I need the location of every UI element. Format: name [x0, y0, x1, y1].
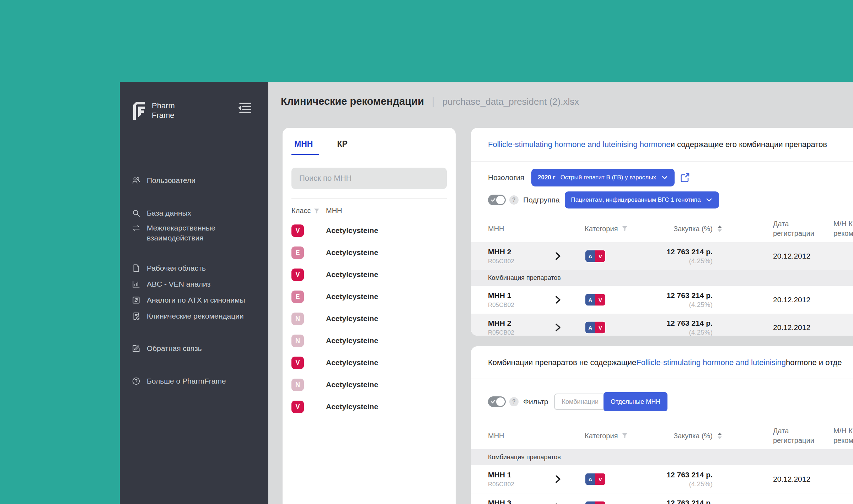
- mnn-column-header: МНН: [326, 207, 342, 215]
- list-item[interactable]: E Acetylcysteine: [291, 242, 447, 264]
- sidebar-item-label: ABC - VEN анализ: [147, 279, 210, 289]
- analogs-icon: [132, 296, 141, 305]
- sidebar-item-label: Пользователи: [147, 175, 195, 185]
- drug-list: V Acetylcysteine E Acetylcysteine V Acet…: [291, 220, 447, 418]
- page-header: Клинические рекомендации | purchase_data…: [281, 95, 579, 107]
- subgroup-toggle[interactable]: [488, 195, 506, 205]
- filter-option-individual-mnn[interactable]: Отдельные МНН: [603, 392, 667, 411]
- expand-chevron-icon[interactable]: [554, 475, 562, 483]
- external-link-icon[interactable]: [680, 172, 690, 183]
- sidebar-item-database[interactable]: База данных: [132, 208, 259, 218]
- subgroup-dropdown[interactable]: Пациентам, инфицированным ВГС 1 генотипа: [565, 191, 719, 208]
- tab-mnn[interactable]: МНН: [291, 139, 319, 155]
- nosology-dropdown[interactable]: 2020 г Острый гепатит В (ГВ) у взрослых: [531, 169, 675, 186]
- sidebar-item-workspace[interactable]: Рабочая область: [132, 263, 259, 273]
- toggle-knob: [496, 397, 505, 406]
- main-content: Клинические рекомендации | purchase_data…: [268, 82, 853, 504]
- sidebar-item-atx-analogs[interactable]: Аналоги по АТХ и синонимы: [132, 295, 259, 305]
- category-badge: AV: [585, 293, 606, 307]
- class-filter[interactable]: Класс: [291, 207, 320, 215]
- sort-icon[interactable]: [717, 224, 723, 233]
- filter-label: Фильтр: [523, 397, 548, 406]
- sidebar-item-users[interactable]: Пользователи: [132, 175, 259, 185]
- table-row[interactable]: МНН 1R05CB02 AV 12 763 214 р.(4.25%) 20.…: [471, 286, 853, 314]
- category-badge: AV: [585, 250, 606, 263]
- sort-icon[interactable]: [717, 432, 723, 440]
- class-badge: E: [291, 291, 304, 303]
- filter-toggle[interactable]: [488, 396, 506, 407]
- page-title: Клинические рекомендации: [281, 96, 424, 107]
- filter-segmented-control: Комбинации Отдельные МНН: [554, 392, 668, 411]
- list-item[interactable]: E Acetylcysteine: [291, 286, 447, 308]
- sidebar-item-label: Рабочая область: [147, 263, 206, 273]
- brand-logo: Pharm Frame: [131, 99, 175, 120]
- col-purchase: Закупка (%): [624, 432, 713, 440]
- sidebar-item-about[interactable]: Больше о PharmFrame: [132, 376, 259, 386]
- row-mnn-name: МНН 1: [488, 291, 514, 300]
- chevron-down-icon: [706, 196, 713, 204]
- purchase-amount: 12 763 214 р.: [624, 498, 713, 504]
- panel2-title: Комбинации препаратов не содержащие Foll…: [471, 346, 853, 379]
- col-mnn: МНН: [488, 432, 504, 440]
- purchase-percent: (4.25%): [624, 301, 713, 309]
- group-row: Комбинация препаратов: [471, 449, 853, 465]
- col-reg-date: Датарегистрации: [773, 426, 814, 445]
- filter-option-combinations[interactable]: Комбинации: [554, 394, 606, 410]
- list-item[interactable]: N Acetylcysteine: [291, 308, 447, 330]
- help-icon[interactable]: ?: [509, 397, 519, 406]
- pharmframe-logo-icon: [131, 99, 146, 120]
- nosology-label: Нозология: [488, 173, 531, 182]
- sidebar-collapse-icon[interactable]: [236, 102, 252, 114]
- col-mh-recommendations: М/Н Клрекоме: [833, 426, 853, 445]
- combinations-without-hormone-panel: Комбинации препаратов не содержащие Foll…: [471, 346, 853, 504]
- class-badge: N: [291, 313, 304, 325]
- panel1-controls: Нозология 2020 г Острый гепатит В (ГВ) у…: [471, 162, 853, 215]
- hormone-link[interactable]: Follicle-stimulating hormone and luteini…: [488, 140, 671, 149]
- list-item[interactable]: N Acetylcysteine: [291, 330, 447, 352]
- panel1-title: Follicle-stimulating hormone and luteini…: [471, 128, 853, 162]
- purchase-percent: (4.25%): [624, 480, 713, 488]
- chevron-down-icon: [661, 174, 668, 181]
- list-item[interactable]: V Acetylcysteine: [291, 396, 447, 418]
- expand-chevron-icon[interactable]: [554, 503, 562, 504]
- expand-chevron-icon[interactable]: [554, 296, 562, 304]
- list-item[interactable]: V Acetylcysteine: [291, 352, 447, 374]
- list-item[interactable]: V Acetylcysteine: [291, 264, 447, 286]
- row-atc-code: R05CB02: [488, 258, 514, 265]
- sidebar-item-label: Больше о PharmFrame: [147, 376, 226, 386]
- row-mnn-name: МНН 2: [488, 248, 514, 256]
- col-mh-recommendations: М/Н Клрекоме: [833, 219, 853, 238]
- expand-chevron-icon[interactable]: [554, 323, 562, 332]
- hormone-link[interactable]: Follicle-stimulating hormone and luteini…: [636, 358, 786, 367]
- table-row[interactable]: МНН 3R05CB02 AV 12 763 214 р.(4.25%) 20.…: [471, 493, 853, 504]
- table-row[interactable]: МНН 1R05CB02 AV 12 763 214 р.(4.25%) 20.…: [471, 465, 853, 493]
- sidebar-item-clinical-recommendations[interactable]: Клинические рекомендации: [132, 311, 259, 321]
- row-atc-code: R05CB02: [488, 302, 514, 309]
- table2-header: МНН Категория Закупка (%) Датарегистраци…: [471, 422, 853, 449]
- workspace-icon: [132, 264, 141, 273]
- expand-chevron-icon[interactable]: [554, 252, 562, 260]
- tab-kr[interactable]: КР: [337, 139, 347, 155]
- purchase-amount: 12 763 214 р.: [624, 471, 713, 479]
- loaded-file-name: purchase_data_president (2).xlsx: [442, 96, 579, 107]
- table-row[interactable]: МНН 2R05CB02 AV 12 763 214 р.(4.25%) 20.…: [471, 242, 853, 270]
- sidebar-item-abc-ven[interactable]: ABC - VEN анализ: [132, 279, 259, 289]
- search-input[interactable]: [291, 168, 447, 189]
- help-icon[interactable]: ?: [509, 195, 519, 205]
- class-badge: V: [291, 269, 304, 281]
- brand-name: Pharm Frame: [152, 99, 175, 120]
- sidebar-item-label: База данных: [147, 208, 191, 218]
- registration-date: 20.12.2012: [773, 323, 810, 332]
- table-row[interactable]: МНН 2R05CB02 AV 12 763 214 р.(4.25%) 20.…: [471, 314, 853, 336]
- col-reg-date: Датарегистрации: [773, 219, 814, 238]
- interactions-icon: [132, 223, 141, 233]
- sidebar-item-interactions[interactable]: Межлекарственные взаимодействия: [132, 223, 259, 243]
- recommendations-icon: [132, 311, 141, 321]
- sidebar-item-feedback[interactable]: Обратная связь: [132, 343, 259, 353]
- mnn-kr-tabs: МНН КР: [291, 139, 348, 155]
- divider: [291, 198, 447, 199]
- list-item[interactable]: V Acetylcysteine: [291, 220, 447, 242]
- row-atc-code: R05CB02: [488, 481, 514, 488]
- list-item[interactable]: N Acetylcysteine: [291, 374, 447, 396]
- registration-date: 20.12.2012: [773, 503, 810, 504]
